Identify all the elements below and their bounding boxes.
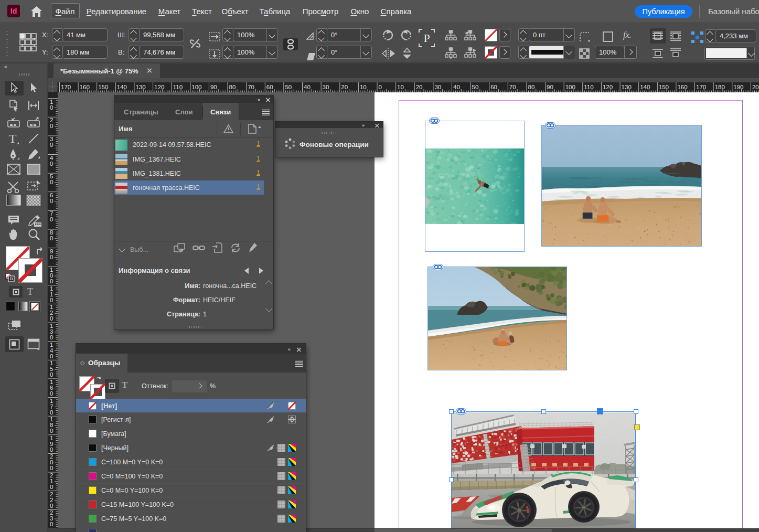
- svg-text:0: 0: [50, 161, 53, 167]
- svg-text:0: 0: [50, 334, 53, 341]
- svg-text:0: 0: [50, 371, 53, 378]
- svg-text:80: 80: [528, 84, 535, 90]
- svg-text:0: 0: [50, 503, 53, 509]
- svg-text:150: 150: [659, 84, 669, 90]
- svg-text:40: 40: [453, 84, 460, 90]
- svg-text:110: 110: [173, 84, 183, 90]
- svg-text:0: 0: [50, 254, 53, 260]
- svg-text:120: 120: [154, 84, 164, 90]
- svg-text:140: 140: [640, 84, 650, 90]
- svg-text:20: 20: [341, 84, 348, 90]
- svg-text:0: 0: [50, 353, 53, 359]
- svg-text:160: 160: [677, 84, 687, 90]
- svg-text:0: 0: [50, 216, 53, 222]
- svg-text:0: 0: [50, 179, 53, 185]
- svg-text:100: 100: [565, 84, 575, 90]
- svg-text:T: T: [9, 132, 17, 145]
- svg-text:130: 130: [622, 84, 632, 90]
- svg-text:90: 90: [210, 84, 217, 90]
- svg-text:200: 200: [752, 84, 759, 90]
- svg-text:0: 0: [50, 484, 53, 490]
- svg-text:130: 130: [135, 84, 145, 90]
- svg-text:60: 60: [266, 84, 273, 90]
- svg-text:100: 100: [191, 84, 201, 90]
- svg-text:160: 160: [80, 84, 90, 90]
- svg-text:20: 20: [416, 84, 423, 90]
- svg-text:0: 0: [50, 235, 53, 241]
- svg-text:50: 50: [472, 84, 479, 90]
- svg-text:0: 0: [50, 104, 53, 111]
- svg-text:0: 0: [50, 142, 53, 148]
- svg-text:0: 0: [50, 446, 53, 453]
- svg-text:30: 30: [323, 84, 329, 90]
- svg-text:120: 120: [603, 84, 613, 90]
- svg-text:110: 110: [584, 84, 593, 90]
- svg-text:0: 0: [50, 198, 53, 204]
- svg-text:70: 70: [248, 84, 254, 90]
- svg-text:150: 150: [98, 84, 108, 90]
- svg-text:0: 0: [50, 465, 53, 471]
- svg-text:170: 170: [61, 84, 71, 90]
- svg-text:0: 0: [50, 123, 53, 129]
- svg-text:P: P: [423, 31, 430, 45]
- svg-text:170: 170: [696, 84, 706, 90]
- svg-text:180: 180: [715, 84, 725, 90]
- svg-text:50: 50: [285, 84, 292, 90]
- svg-text:0: 0: [50, 278, 53, 284]
- svg-text:0: 0: [50, 315, 53, 322]
- svg-text:0: 0: [50, 297, 53, 303]
- svg-text:0: 0: [50, 428, 53, 434]
- svg-text:0: 0: [379, 84, 382, 90]
- svg-text:10: 10: [397, 84, 404, 90]
- svg-text:190: 190: [733, 84, 743, 90]
- svg-text:70: 70: [509, 84, 516, 90]
- svg-text:80: 80: [229, 84, 236, 90]
- svg-text:10: 10: [360, 84, 367, 90]
- svg-text:60: 60: [490, 84, 497, 90]
- svg-text:0: 0: [50, 390, 53, 397]
- svg-text:0: 0: [50, 409, 53, 416]
- svg-text:0: 0: [50, 521, 53, 527]
- svg-text:40: 40: [304, 84, 311, 90]
- svg-text:140: 140: [117, 84, 127, 90]
- svg-text:90: 90: [547, 84, 553, 90]
- svg-text:30: 30: [434, 84, 441, 90]
